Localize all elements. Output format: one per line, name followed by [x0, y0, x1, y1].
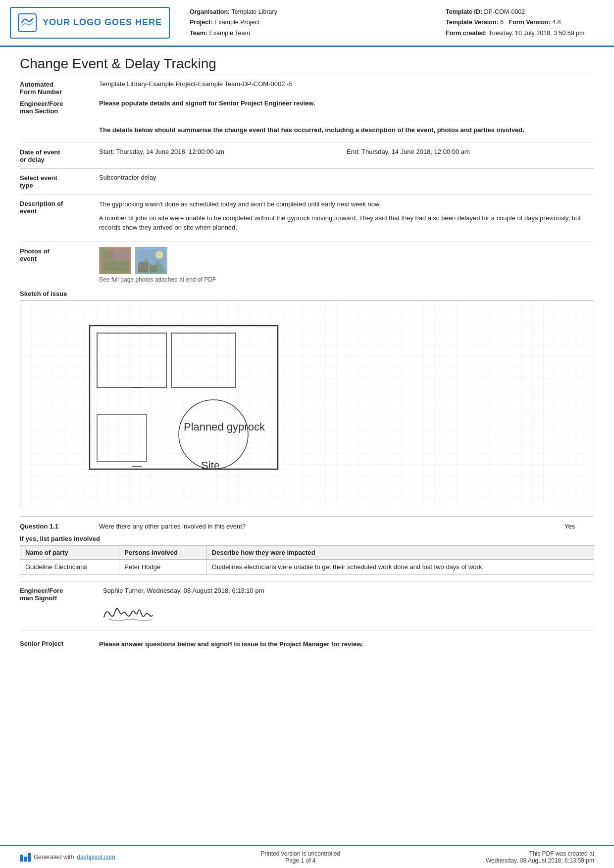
event-type-label: Select eventtype	[20, 174, 99, 189]
template-version-label: Template Version:	[446, 19, 499, 26]
photos-row: Photos ofevent	[20, 247, 594, 283]
form-number-value: Template Library-Example Project-Example…	[99, 80, 594, 88]
team-line: Team: Example Team	[190, 28, 436, 39]
impact-description: Guidelines electricians were unable to g…	[206, 559, 594, 574]
version-line: Template Version: 6 Form Version: 4.8	[446, 17, 599, 28]
header-meta: Organisation: Template Library Project: …	[180, 7, 436, 39]
footer-logo-area: Generated with dashpivot.com	[20, 853, 115, 862]
signoff-label: Engineer/Foreman Signoff	[20, 587, 99, 602]
engineer-section-row: Engineer/Foreman Section Please populate…	[20, 99, 594, 115]
question-row: Question 1.1 Were there any other partie…	[20, 523, 594, 530]
logo-icon	[18, 13, 37, 32]
form-created-line: Form created: Tuesday, 10 July 2018, 3:5…	[446, 28, 599, 39]
engineer-section-label: Engineer/Foreman Section	[20, 99, 99, 115]
form-number-row: AutomatedForm Number Template Library-Ex…	[20, 80, 594, 96]
footer-generated-label: Generated with	[34, 854, 74, 861]
date-row: Date of eventor delay Start: Thursday, 1…	[20, 148, 594, 163]
date-inner: Start: Thursday, 14 June 2018, 12:00:00 …	[99, 148, 594, 155]
page: YOUR LOGO GOES HERE Organisation: Templa…	[0, 0, 614, 868]
project-line: Project: Example Project	[190, 17, 436, 28]
desc-para-2: A number of jobs on site were unable to …	[99, 213, 594, 233]
svg-rect-5	[101, 248, 106, 257]
party-name: Guideline Electricians	[20, 559, 119, 574]
sketch-container: Planned gyprock Site	[20, 300, 594, 508]
date-value: Start: Thursday, 14 June 2018, 12:00:00 …	[99, 148, 594, 155]
senior-project-value: Please answer questions below and signof…	[99, 640, 594, 649]
template-id-value: DP-COM-0002	[484, 8, 525, 15]
svg-rect-13	[150, 265, 157, 272]
sketch-label: Sketch of issue	[20, 290, 594, 297]
svg-rect-25	[24, 857, 27, 862]
description-value: The gyprocking wasn't done as scheduled …	[99, 199, 594, 237]
team-label: Team:	[190, 30, 207, 37]
signature-image	[99, 598, 158, 626]
svg-rect-24	[20, 855, 23, 862]
desc-para-1: The gyprocking wasn't done as scheduled …	[99, 199, 594, 209]
photo-caption: See full page photos attached at end of …	[99, 276, 594, 283]
svg-text:Planned gyprock: Planned gyprock	[184, 421, 265, 433]
person-involved: Peter Hodge	[119, 559, 206, 574]
photos-value: See full page photos attached at end of …	[99, 247, 594, 283]
template-id-line: Template ID: DP-COM-0002	[446, 7, 599, 17]
parties-heading: If yes, list parties involved	[20, 535, 594, 542]
signoff-name: Sophie Turner, Wednesday, 08 August 2018…	[103, 587, 264, 594]
photos-label: Photos ofevent	[20, 247, 99, 262]
senior-project-row: Senior Project Please answer questions b…	[20, 636, 594, 649]
template-version-value: 6	[500, 19, 504, 26]
project-label: Project:	[190, 19, 213, 26]
org-value: Template Library	[232, 8, 277, 15]
photos-area	[99, 247, 594, 274]
footer-right: This PDF was created at Wednesday, 08 Au…	[486, 850, 594, 864]
form-created-label: Form created:	[446, 30, 487, 37]
form-version-value: 4.8	[552, 19, 561, 26]
event-type-value: Subcontractor delay	[99, 174, 594, 181]
footer-center: Printed version is uncontrolled Page 1 o…	[260, 850, 340, 864]
col-persons-involved: Persons involved	[119, 545, 206, 559]
form-version-label: Form Version:	[509, 19, 551, 26]
date-start: Start: Thursday, 14 June 2018, 12:00:00 …	[99, 148, 347, 155]
svg-rect-12	[138, 262, 148, 272]
header: YOUR LOGO GOES HERE Organisation: Templa…	[0, 0, 614, 47]
footer-logo-icon	[20, 853, 31, 862]
parties-table: Name of party Persons involved Describe …	[20, 545, 594, 575]
signoff-content: Sophie Turner, Wednesday, 08 August 2018…	[99, 587, 264, 626]
svg-text:Site: Site	[201, 459, 220, 472]
org-line: Organisation: Template Library	[190, 7, 436, 17]
form-created-value: Tuesday, 10 July 2018, 3:50:59 pm	[489, 30, 585, 37]
table-row: Guideline Electricians Peter Hodge Guide…	[20, 559, 594, 574]
question-label: Question 1.1	[20, 523, 99, 530]
col-impact-description: Describe how they were impacted	[206, 545, 594, 559]
info-box-text: The details below should summarise the c…	[99, 125, 594, 135]
header-right: Template ID: DP-COM-0002 Template Versio…	[446, 7, 599, 39]
date-label: Date of eventor delay	[20, 148, 99, 163]
photo-thumb-2	[135, 247, 167, 274]
info-box: The details below should summarise the c…	[20, 125, 594, 135]
svg-point-11	[155, 251, 163, 259]
project-value: Example Project	[214, 19, 259, 26]
logo-area: YOUR LOGO GOES HERE	[10, 7, 170, 39]
description-row: Description ofevent The gyprocking wasn'…	[20, 199, 594, 237]
footer-link[interactable]: dashpivot.com	[77, 854, 115, 861]
svg-rect-14	[20, 301, 594, 508]
question-text: Were there any other parties involved in…	[99, 523, 555, 530]
logo-text: YOUR LOGO GOES HERE	[43, 17, 162, 28]
photo-thumb-1	[99, 247, 131, 274]
senior-project-label: Senior Project	[20, 640, 99, 647]
table-header-row: Name of party Persons involved Describe …	[20, 545, 594, 559]
date-end: End: Thursday, 14 June 2018, 12:00:00 am	[347, 148, 594, 155]
question-answer: Yes	[564, 523, 594, 530]
footer: Generated with dashpivot.com Printed ver…	[0, 845, 614, 868]
sketch-grid: Planned gyprock Site	[20, 301, 594, 508]
engineer-section-value: Please populate details and signoff for …	[99, 99, 594, 107]
description-label: Description ofevent	[20, 199, 99, 215]
content: Change Event & Delay Tracking AutomatedF…	[0, 47, 614, 649]
svg-rect-26	[28, 853, 31, 862]
template-id-label: Template ID:	[446, 8, 482, 15]
col-name-of-party: Name of party	[20, 545, 119, 559]
form-number-label: AutomatedForm Number	[20, 80, 99, 96]
doc-title: Change Event & Delay Tracking	[20, 56, 594, 75]
event-type-row: Select eventtype Subcontractor delay	[20, 174, 594, 189]
team-value: Example Team	[209, 30, 250, 37]
svg-rect-7	[114, 250, 129, 261]
org-label: Organisation:	[190, 8, 230, 15]
